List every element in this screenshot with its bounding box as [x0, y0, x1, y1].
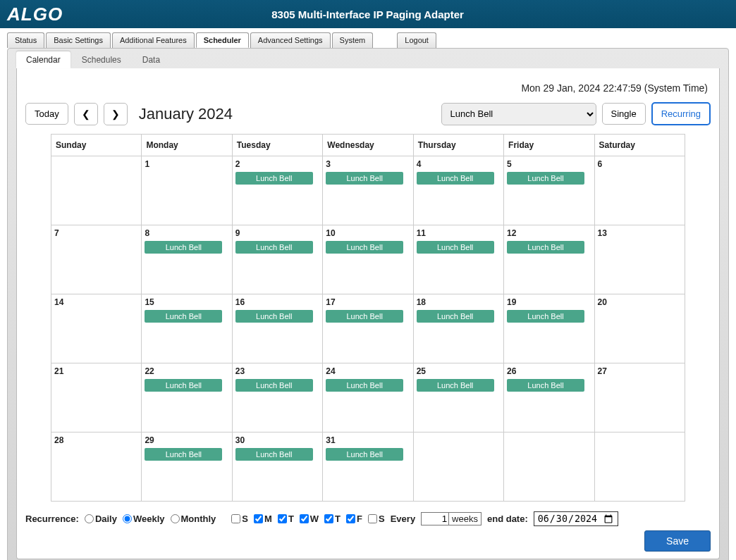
checkbox-thu[interactable]	[324, 514, 333, 523]
calendar-cell[interactable]: 12Lunch Bell	[504, 225, 594, 294]
calendar-cell[interactable]: 9Lunch Bell	[232, 225, 322, 294]
calendar-cell[interactable]: 25Lunch Bell	[413, 363, 503, 433]
calendar-event[interactable]: Lunch Bell	[326, 379, 403, 392]
calendar-event[interactable]: Lunch Bell	[326, 310, 403, 323]
calendar-cell[interactable]: 11Lunch Bell	[413, 225, 503, 294]
radio-daily[interactable]	[85, 514, 94, 523]
save-button[interactable]: Save	[644, 530, 711, 552]
checkbox-tue[interactable]	[278, 514, 287, 523]
calendar-cell[interactable]: 2Lunch Bell	[232, 156, 322, 225]
checkbox-sun[interactable]	[231, 514, 240, 523]
calendar-event[interactable]: Lunch Bell	[417, 241, 494, 254]
tab-logout[interactable]: Logout	[397, 32, 436, 48]
calendar-event[interactable]: Lunch Bell	[145, 310, 222, 323]
calendar-event[interactable]: Lunch Bell	[507, 172, 584, 185]
day-s2[interactable]: S	[368, 514, 385, 524]
calendar-cell[interactable]	[504, 433, 594, 502]
calendar-cell[interactable]: 3Lunch Bell	[323, 156, 413, 225]
calendar-cell[interactable]: 14	[51, 294, 142, 363]
calendar-event[interactable]: Lunch Bell	[235, 448, 313, 461]
recurring-button[interactable]: Recurring	[651, 102, 711, 125]
calendar-cell[interactable]	[413, 433, 503, 502]
calendar-event[interactable]: Lunch Bell	[145, 241, 222, 254]
calendar-event[interactable]: Lunch Bell	[145, 448, 222, 461]
calendar-cell[interactable]: 24Lunch Bell	[323, 363, 413, 433]
calendar-event[interactable]: Lunch Bell	[235, 241, 313, 254]
calendar-cell[interactable]: 28	[51, 433, 142, 502]
calendar-cell[interactable]: 27	[594, 363, 685, 433]
month-label: January 2024	[139, 105, 233, 123]
calendar-cell[interactable]: 22Lunch Bell	[142, 363, 232, 433]
radio-monthly[interactable]	[171, 514, 180, 523]
calendar-event[interactable]: Lunch Bell	[326, 172, 403, 185]
calendar-event[interactable]: Lunch Bell	[507, 241, 584, 254]
calendar-cell[interactable]: 16Lunch Bell	[232, 294, 322, 363]
subtab-calendar[interactable]: Calendar	[16, 51, 70, 68]
every-input[interactable]	[421, 512, 449, 525]
calendar-cell[interactable]: 18Lunch Bell	[413, 294, 503, 363]
calendar-cell[interactable]: 29Lunch Bell	[142, 433, 232, 502]
calendar-cell[interactable]: 17Lunch Bell	[323, 294, 413, 363]
calendar-cell[interactable]: 26Lunch Bell	[504, 363, 594, 433]
calendar-event[interactable]: Lunch Bell	[326, 241, 403, 254]
calendar-cell[interactable]: 8Lunch Bell	[142, 225, 232, 294]
recurrence-monthly[interactable]: Monthly	[171, 514, 216, 524]
calendar-cell[interactable]: 10Lunch Bell	[323, 225, 413, 294]
checkbox-sat[interactable]	[368, 514, 377, 523]
calendar-event[interactable]: Lunch Bell	[417, 172, 494, 185]
calendar-event[interactable]: Lunch Bell	[417, 379, 494, 392]
calendar-cell[interactable]: 6	[594, 156, 685, 225]
calendar-event[interactable]: Lunch Bell	[507, 310, 584, 323]
tab-system[interactable]: System	[332, 32, 374, 48]
calendar-cell[interactable]: 1	[142, 156, 232, 225]
calendar-cell[interactable]: 5Lunch Bell	[504, 156, 594, 225]
checkbox-wed[interactable]	[300, 514, 309, 523]
subtab-schedules[interactable]: Schedules	[72, 51, 131, 68]
day-t2[interactable]: T	[324, 514, 341, 524]
calendar-event[interactable]: Lunch Bell	[235, 310, 313, 323]
calendar-event[interactable]: Lunch Bell	[326, 448, 403, 461]
calendar-cell[interactable]: 20	[594, 294, 685, 363]
calendar-cell[interactable]: 13	[594, 225, 685, 294]
calendar-cell[interactable]: 19Lunch Bell	[504, 294, 594, 363]
day-s1[interactable]: S	[231, 514, 248, 524]
calendar-toolbar: Today ❮ ❯ January 2024 Lunch Bell Single…	[25, 102, 711, 125]
calendar-cell[interactable]	[51, 156, 142, 225]
schedule-select[interactable]: Lunch Bell	[441, 103, 596, 125]
tab-additional-features[interactable]: Additional Features	[112, 32, 195, 48]
subtab-data[interactable]: Data	[133, 51, 170, 68]
end-date-input[interactable]	[534, 511, 618, 526]
calendar-cell[interactable]: 30Lunch Bell	[232, 433, 322, 502]
prev-month-button[interactable]: ❮	[74, 103, 98, 125]
calendar-cell[interactable]: 7	[51, 225, 142, 294]
checkbox-mon[interactable]	[254, 514, 263, 523]
day-m[interactable]: M	[254, 514, 272, 524]
calendar-cell[interactable]: 31Lunch Bell	[323, 433, 413, 502]
tab-scheduler[interactable]: Scheduler	[196, 32, 249, 48]
single-button[interactable]: Single	[602, 103, 646, 125]
day-w[interactable]: W	[300, 514, 319, 524]
recurrence-weekly[interactable]: Weekly	[123, 514, 165, 524]
next-month-button[interactable]: ❯	[104, 103, 128, 125]
calendar-cell[interactable]	[594, 433, 685, 502]
day-f[interactable]: F	[346, 514, 362, 524]
day-t1[interactable]: T	[278, 514, 294, 524]
day-number: 19	[507, 297, 591, 307]
tab-status[interactable]: Status	[7, 32, 44, 48]
calendar-event[interactable]: Lunch Bell	[235, 379, 313, 392]
tab-basic-settings[interactable]: Basic Settings	[46, 32, 111, 48]
calendar-event[interactable]: Lunch Bell	[145, 379, 222, 392]
calendar-cell[interactable]: 23Lunch Bell	[232, 363, 322, 433]
recurrence-daily[interactable]: Daily	[85, 514, 117, 524]
calendar-event[interactable]: Lunch Bell	[507, 379, 584, 392]
tab-advanced-settings[interactable]: Advanced Settings	[250, 32, 331, 48]
calendar-event[interactable]: Lunch Bell	[417, 310, 494, 323]
main-tabs: StatusBasic SettingsAdditional FeaturesS…	[0, 31, 736, 48]
calendar-cell[interactable]: 21	[51, 363, 142, 433]
calendar-cell[interactable]: 4Lunch Bell	[413, 156, 503, 225]
radio-weekly[interactable]	[123, 514, 132, 523]
today-button[interactable]: Today	[25, 103, 68, 125]
checkbox-fri[interactable]	[346, 514, 355, 523]
calendar-cell[interactable]: 15Lunch Bell	[142, 294, 232, 363]
calendar-event[interactable]: Lunch Bell	[235, 172, 313, 185]
